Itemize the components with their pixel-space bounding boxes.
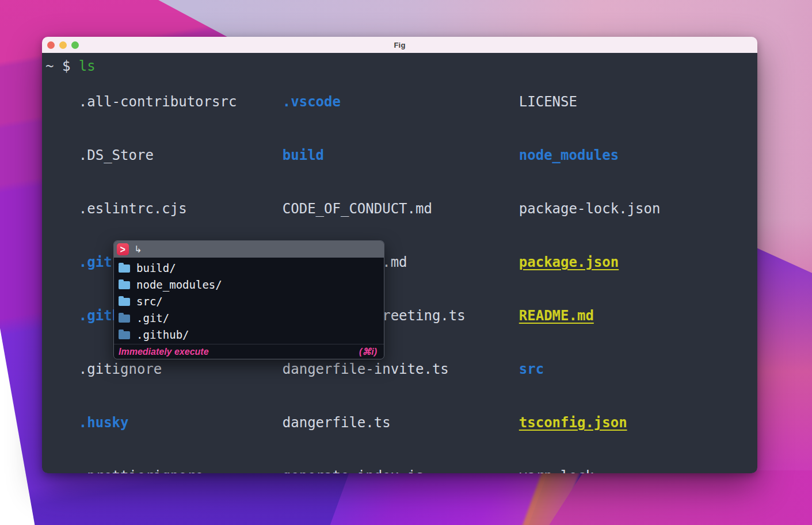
ls-file-name: .husky: [79, 414, 283, 432]
ls-file-name: node_modules: [519, 147, 619, 164]
command-ls: ls: [79, 58, 96, 74]
ls-file-name: .eslintrc.cjs: [79, 200, 283, 218]
folder-icon: [119, 315, 130, 323]
suggestion-label: node_modules/: [136, 278, 222, 291]
ls-file-name: .DS_Store: [79, 147, 283, 164]
suggestion-label: build/: [136, 262, 176, 274]
ls-output-row: .all-contributorsrc.vscodeLICENSE: [45, 75, 757, 129]
suggestion-item[interactable]: .github/: [114, 326, 384, 343]
autocomplete-footer: Immediately execute (⌘i): [114, 344, 384, 359]
suggestion-item[interactable]: src/: [114, 293, 384, 309]
suggestion-label: .git/: [136, 312, 169, 324]
wallpaper-magenta-corner: [547, 470, 812, 525]
ls-output-row: .huskydangerfile.tstsconfig.json: [45, 396, 757, 450]
ls-file-name: package.json: [519, 254, 619, 271]
prompt-line-ls: ~ $ ls: [45, 58, 757, 75]
folder-icon: [119, 265, 130, 273]
autocomplete-header: > ↳: [114, 241, 384, 258]
ls-output-row: .DS_Storebuildnode_modules: [45, 129, 757, 182]
ls-file-name: CODE_OF_CONDUCT.md: [283, 200, 519, 218]
ls-file-name: src: [519, 361, 544, 378]
ls-file-name: dangerfile.ts: [283, 414, 519, 432]
ls-output-row: .eslintrc.cjsCODE_OF_CONDUCT.mdpackage-l…: [45, 182, 757, 236]
ls-file-name: .gitignore: [79, 361, 283, 378]
wallpaper-right-fade: [754, 219, 812, 473]
ls-file-name: dangerfile-invite.ts: [283, 361, 519, 378]
wallpaper-violet-band: [329, 470, 548, 525]
ls-file-name: LICENSE: [519, 93, 577, 111]
ls-file-name: yarn.lock: [519, 467, 594, 473]
ls-file-name: generate-index.js: [283, 467, 519, 473]
folder-icon: [119, 331, 130, 339]
ls-file-name: .all-contributorsrc: [79, 93, 283, 111]
ls-file-name: tsconfig.json: [519, 414, 627, 432]
ls-file-name: .vscode: [283, 93, 519, 111]
suggestion-label: .github/: [136, 328, 189, 341]
prompt-dollar: $: [62, 58, 70, 74]
footer-hint-label: Immediately execute: [119, 347, 209, 357]
folder-icon: [119, 281, 130, 289]
window-titlebar[interactable]: Fig: [42, 37, 757, 53]
suggestion-item[interactable]: node_modules/: [114, 276, 384, 293]
window-title: Fig: [42, 41, 757, 49]
ls-file-name: .prettierignore: [79, 467, 283, 473]
insert-arrow-icon: ↳: [134, 245, 142, 254]
suggestion-label: src/: [136, 295, 163, 308]
prompt-tilde: ~: [45, 58, 54, 74]
footer-shortcut: (⌘i): [359, 346, 377, 357]
ls-file-name: package-lock.json: [519, 200, 661, 218]
suggestion-item[interactable]: .git/: [114, 309, 384, 326]
ls-file-name: build: [283, 147, 519, 164]
folder-icon: [119, 298, 130, 306]
suggestion-list: build/ node_modules/ src/ .git/ .github/: [114, 258, 384, 344]
fig-autocomplete-popup: > ↳ build/ node_modules/ src/ .git/ .git…: [113, 240, 384, 359]
suggestion-item[interactable]: build/: [114, 259, 384, 276]
ls-file-name: README.md: [519, 307, 594, 325]
fig-logo-icon: >: [117, 243, 129, 255]
ls-output-row: .prettierignoregenerate-index.jsyarn.loc…: [45, 450, 757, 473]
